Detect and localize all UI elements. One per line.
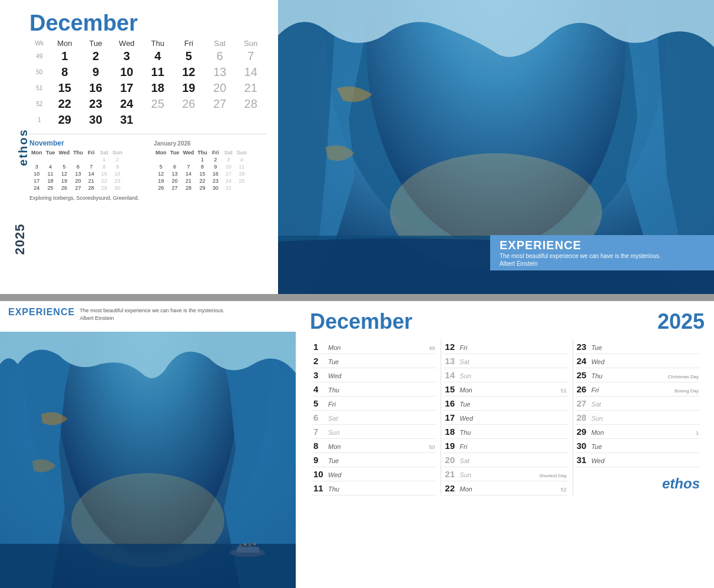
list-item: 4 Thu (312, 382, 436, 397)
diary-year-title: 2025 (657, 309, 705, 334)
list-item: 27 Sat (576, 397, 700, 411)
header-fri: Fri (173, 38, 204, 48)
list-item: 30 Tue (576, 439, 700, 453)
experience-quote-bottom: The most beautiful experience we can hav… (80, 307, 224, 315)
january-mini-title: January2026 (154, 139, 266, 147)
list-item: 31 Wed (576, 453, 700, 467)
diary-days-grid: 1 Mon 49 2 Tue 3 Wed 4 Thu 5 (310, 340, 705, 495)
table-row: 1920212223 2425 (154, 177, 249, 184)
november-mini-calendar: November MonTueWedThuFri SatSun 12 (29, 139, 142, 191)
svg-point-20 (249, 544, 252, 547)
table-row: 56789 1011 (154, 163, 249, 170)
experience-author: Albert Einstein (500, 260, 705, 267)
table-row: 2627282930 31 (154, 184, 249, 191)
list-item: 9 Tue (312, 453, 436, 467)
list-item: 3 Wed (312, 368, 436, 382)
table-row: 52 222324 2526 2728 (29, 96, 266, 112)
top-calendar-page: ethos 2025 December Wk Mon Tue Wed Thu F… (0, 0, 714, 294)
list-item: 26 Fri Boxing Day (576, 382, 700, 397)
header-thu: Thu (142, 38, 173, 48)
table-row: 1718192021 2223 (29, 177, 124, 184)
december-title: December (29, 11, 266, 36)
section-divider (0, 294, 714, 301)
list-item: 7 Sun (312, 425, 436, 439)
year-label-left: 2025 (12, 224, 28, 255)
list-item: 16 Tue (444, 397, 567, 411)
november-mini-title: November (29, 139, 142, 147)
svg-point-19 (244, 543, 247, 546)
list-item: 19 Fri (444, 439, 567, 453)
table-row: 1213141516 1718 (154, 170, 249, 177)
list-item: 11 Thu (312, 481, 436, 495)
ethos-logo-bottom: ethos (662, 475, 700, 492)
diary-header: December 2025 (310, 309, 705, 334)
table-row: 12 (29, 156, 124, 163)
list-item: 12 Fri (444, 340, 567, 354)
list-item: 8 Mon 50 (312, 439, 436, 453)
list-item: 28 Sun (576, 411, 700, 425)
experience-author-bottom: Albert Einstein (80, 315, 224, 322)
diary-section: December 2025 1 Mon 49 2 Tue 3 Wed (296, 301, 714, 588)
table-row: 2425262728 2930 (29, 184, 124, 191)
list-item: 10 Wed (312, 467, 436, 481)
experience-banner: EXPERIENCE The most beautiful experience… (490, 235, 714, 270)
list-item: 5 Fri (312, 397, 436, 411)
top-photo: EXPERIENCE The most beautiful experience… (278, 0, 714, 294)
january-mini-calendar: January2026 MonTueWedThuFri SatSun 12 34 (154, 139, 266, 191)
header-sun: Sun (235, 38, 266, 48)
table-row: 1 293031 (29, 112, 266, 128)
list-item: 1 Mon 49 (312, 340, 436, 354)
list-item: 22 Mon 52 (444, 481, 567, 495)
ethos-logo-top: ethos (16, 128, 30, 166)
list-item: 29 Mon 1 (576, 425, 700, 439)
header-wk: Wk (29, 38, 49, 48)
experience-label-bottom: EXPERIENCE (8, 307, 75, 318)
main-december-calendar: Wk Mon Tue Wed Thu Fri Sat Sun 49 12345 (29, 38, 266, 128)
svg-point-18 (239, 544, 242, 547)
list-item: 21 Sun Shortest Day (444, 467, 567, 481)
diary-month-title: December (310, 309, 412, 334)
bottom-photo (0, 332, 296, 588)
bottom-diary-page: EXPERIENCE The most beautiful experience… (0, 301, 714, 588)
diary-col-2: 12 Fri 13 Sat 14 Sun 15 Mon 51 16 (441, 340, 573, 495)
diary-col-3: 23 Tue 24 Wed 25 Thu Christmas Day 26 Fr… (573, 340, 705, 495)
bottom-header: EXPERIENCE The most beautiful experience… (0, 301, 296, 332)
list-item: 25 Thu Christmas Day (576, 368, 700, 382)
table-row: 12 34 (154, 156, 249, 163)
photo-caption: Exploring Icebergs, Scoresbysund, Greenl… (29, 195, 266, 201)
table-row: 50 89101112 1314 (29, 64, 266, 80)
list-item: 24 Wed (576, 354, 700, 368)
list-item: 17 Wed (444, 411, 567, 425)
list-item: 20 Sat (444, 453, 567, 467)
list-item: 18 Thu (444, 425, 567, 439)
list-item: 14 Sun (444, 368, 567, 382)
header-wed: Wed (111, 38, 143, 48)
table-row: 1011121314 1516 (29, 170, 124, 177)
list-item: 6 Sat (312, 411, 436, 425)
header-sat: Sat (204, 38, 236, 48)
svg-rect-17 (237, 547, 259, 553)
list-item: 15 Mon 51 (444, 382, 567, 397)
small-calendars-section: November MonTueWedThuFri SatSun 12 (29, 134, 266, 191)
diary-col-1: 1 Mon 49 2 Tue 3 Wed 4 Thu 5 (310, 340, 441, 495)
svg-point-21 (253, 543, 256, 546)
header-mon: Mon (49, 38, 81, 48)
experience-quote: The most beautiful experience we can hav… (500, 252, 705, 260)
table-row: 49 12345 67 (29, 48, 266, 64)
header-tue: Tue (80, 38, 111, 48)
table-row: 51 1516171819 2021 (29, 80, 266, 96)
table-row: 34567 89 (29, 163, 124, 170)
list-item: 23 Tue (576, 340, 700, 354)
diary-footer: ethos (576, 470, 700, 492)
calendar-panel: ethos 2025 December Wk Mon Tue Wed Thu F… (0, 0, 278, 294)
list-item: 2 Tue (312, 354, 436, 368)
experience-label: EXPERIENCE (500, 239, 705, 252)
list-item: 13 Sat (444, 354, 567, 368)
bottom-left-panel: EXPERIENCE The most beautiful experience… (0, 301, 296, 588)
